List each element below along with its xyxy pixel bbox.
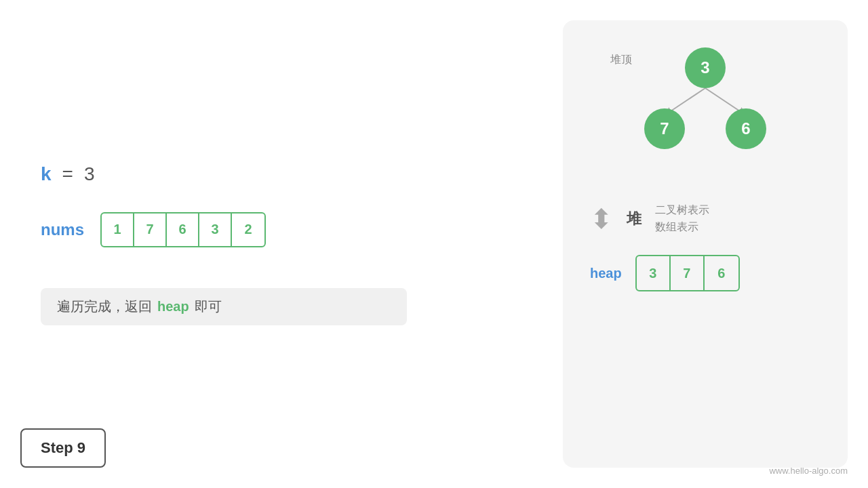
step-button[interactable]: Step 9 bbox=[20, 428, 106, 468]
message-end: 即可 bbox=[195, 298, 222, 316]
k-label: k bbox=[41, 163, 52, 185]
watermark: www.hello-algo.com bbox=[769, 466, 848, 476]
num-cell-0: 1 bbox=[102, 214, 134, 246]
message-text: 遍历完成，返回 bbox=[57, 298, 152, 316]
left-panel: k = 3 nums 1 7 6 3 2 遍历完成，返回 heap 即可 bbox=[0, 0, 448, 488]
heap-cell-0: 3 bbox=[637, 256, 671, 290]
nums-array: 1 7 6 3 2 bbox=[100, 212, 266, 247]
heap-label: heap bbox=[590, 266, 622, 281]
heap-main-label: 堆 bbox=[627, 209, 642, 229]
tree-node-left: 7 bbox=[644, 108, 685, 149]
k-value: 3 bbox=[84, 163, 95, 185]
tree-node-root: 3 bbox=[685, 47, 726, 88]
heap-array: 3 7 6 bbox=[635, 255, 740, 291]
repr-binary-label: 二叉树表示 bbox=[655, 203, 709, 218]
num-cell-3: 3 bbox=[199, 214, 232, 246]
right-panel: 堆顶 3 7 6 ⬍ 堆 二叉树表示 bbox=[563, 20, 848, 468]
step-label: Step 9 bbox=[41, 439, 85, 456]
repr-array-label: 数组表示 bbox=[655, 220, 709, 235]
tree-area: 堆顶 3 7 6 bbox=[590, 41, 821, 190]
equals-sign: = bbox=[62, 163, 73, 185]
nums-label: nums bbox=[41, 220, 84, 239]
heap-cell-1: 7 bbox=[671, 256, 705, 290]
tree-node-right: 6 bbox=[726, 108, 766, 149]
k-row: k = 3 bbox=[41, 163, 407, 185]
up-down-arrow-icon: ⬍ bbox=[590, 205, 613, 232]
representations: 二叉树表示 数组表示 bbox=[655, 203, 709, 235]
heap-cell-2: 6 bbox=[705, 256, 738, 290]
middle-section: ⬍ 堆 二叉树表示 数组表示 bbox=[576, 203, 834, 235]
heap-keyword-message: heap bbox=[157, 299, 189, 314]
nums-row: nums 1 7 6 3 2 bbox=[41, 212, 407, 247]
heap-row: heap 3 7 6 bbox=[576, 255, 834, 291]
num-cell-2: 6 bbox=[167, 214, 199, 246]
num-cell-4: 2 bbox=[232, 214, 264, 246]
num-cell-1: 7 bbox=[134, 214, 167, 246]
message-box: 遍历完成，返回 heap 即可 bbox=[41, 288, 407, 325]
